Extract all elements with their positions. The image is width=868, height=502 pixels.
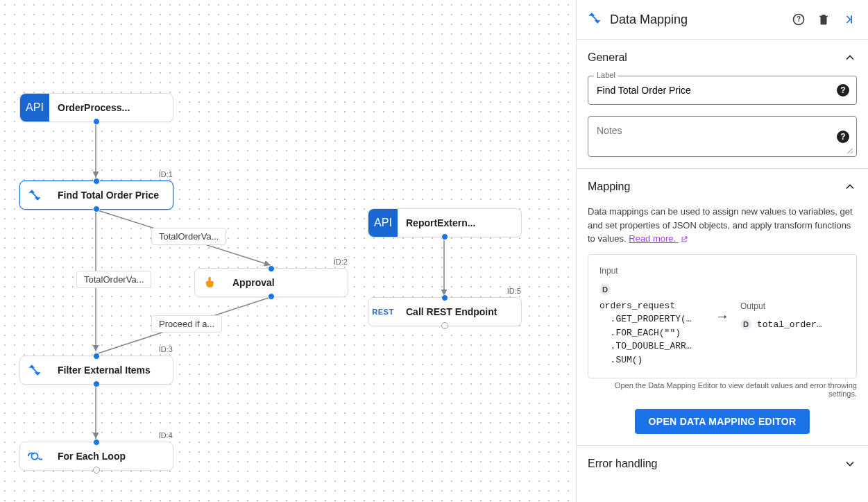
chevron-up-icon [843,180,857,194]
node-for-each-loop[interactable]: For Each Loop ID:4 [19,442,173,471]
notes-input[interactable] [597,125,828,142]
read-more-link[interactable]: Read more. [629,233,688,244]
input-port[interactable] [93,353,100,360]
panel-title: Data Mapping [610,12,782,27]
mapping-row[interactable]: Input D orders_request .GET_PROPERTY(… .… [588,254,857,379]
node-id-badge: ID:3 [159,345,173,353]
node-id-badge: ID:5 [507,287,521,295]
collapse-panel-icon[interactable] [840,11,857,28]
resize-handle-icon[interactable] [846,147,853,153]
notes-field[interactable]: ? [588,116,857,157]
section-heading: Error handling [588,458,658,470]
section-heading: Mapping [588,181,630,193]
connector-lines [0,0,576,502]
output-port[interactable] [93,206,100,212]
mapping-description: Data mappings can be used to assign new … [588,205,857,246]
output-port[interactable] [268,293,275,300]
node-approval[interactable]: Approval ID:2 [194,268,348,297]
api-trigger-icon: API [20,94,49,122]
node-label: Call REST Endpoint [398,298,521,326]
field-help-icon[interactable]: ? [837,84,849,97]
input-port[interactable] [441,294,448,301]
node-order-process-trigger[interactable]: API OrderProcess... [19,93,173,122]
node-call-rest-endpoint[interactable]: REST Call REST Endpoint ID:5 [368,297,522,326]
open-data-mapping-editor-button[interactable]: OPEN DATA MAPPING EDITOR [635,409,810,434]
output-port[interactable] [93,380,100,387]
edge-label[interactable]: Proceed if a... [151,315,222,333]
svg-text:?: ? [797,15,801,23]
output-port[interactable] [441,233,448,240]
delete-icon[interactable] [815,11,832,28]
chevron-down-icon [843,457,857,471]
workflow-canvas[interactable]: API OrderProcess... Find Total Order Pri… [0,0,577,502]
mapping-helper-text: Open the Data Mapping Editor to view def… [588,381,857,398]
general-section-toggle[interactable]: General [588,51,857,65]
data-mapping-icon [20,356,49,384]
variable-type-badge: D [599,284,611,295]
error-handling-section-toggle[interactable]: Error handling [588,457,857,471]
help-icon[interactable]: ? [790,11,807,28]
api-trigger-icon: API [368,209,398,237]
input-port[interactable] [268,265,275,272]
node-find-total-order-price[interactable]: Find Total Order Price ID:1 [19,181,173,210]
input-expression: orders_request .GET_PROPERTY(… .FOR_EACH… [599,299,704,367]
mapping-section: Mapping Data mappings can be used to ass… [577,168,868,445]
node-report-extern-trigger[interactable]: API ReportExtern... [368,208,522,237]
node-id-badge: ID:4 [159,431,173,440]
section-heading: General [588,51,627,64]
label-input[interactable] [597,85,828,96]
node-label: For Each Loop [49,442,173,470]
external-link-icon [680,235,688,244]
input-column-head: Input [599,266,704,276]
node-label: ReportExtern... [398,209,521,237]
node-id-badge: ID:1 [159,170,173,178]
output-port[interactable] [93,118,100,125]
variable-type-badge: D [740,319,751,330]
node-label: Approval [224,269,348,296]
data-mapping-icon [588,11,602,28]
error-handling-section: Error handling [577,445,868,482]
node-label: OrderProcess... [49,94,173,122]
input-port[interactable] [93,178,100,185]
approval-icon [195,269,224,296]
chevron-up-icon [843,51,857,65]
output-port[interactable] [93,467,100,474]
general-section: General Label ? ? [577,39,868,168]
output-variable: total_order… [757,318,822,332]
node-filter-external-items[interactable]: Filter External Items ID:3 [19,355,173,385]
output-column-head: Output [740,301,845,311]
output-port[interactable] [441,322,448,329]
data-mapping-icon [20,181,49,209]
node-id-badge: ID:2 [334,258,348,266]
arrow-right-icon: → [715,308,729,324]
mapping-section-toggle[interactable]: Mapping [588,180,857,194]
rest-icon: REST [368,298,398,326]
properties-panel: Data Mapping ? General Label ? ? [577,0,868,502]
input-port[interactable] [93,439,100,446]
field-help-icon[interactable]: ? [837,131,849,143]
edge-label[interactable]: TotalOrderVa... [151,228,226,245]
field-label: Label [594,71,618,79]
node-label: Filter External Items [49,356,173,384]
label-field[interactable]: Label ? [588,76,857,105]
edge-label[interactable]: TotalOrderVa... [76,271,151,288]
loop-icon [20,442,49,470]
node-label: Find Total Order Price [49,181,173,209]
